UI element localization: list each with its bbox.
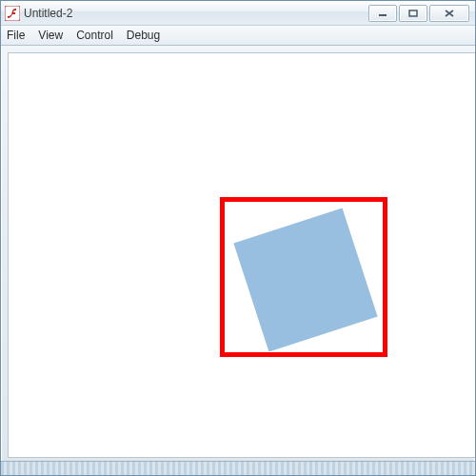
taskbar[interactable] xyxy=(1,461,475,475)
flash-icon xyxy=(5,6,20,21)
window-title: Untitled-2 xyxy=(24,7,72,20)
window-controls xyxy=(368,5,471,22)
title-bar[interactable]: Untitled-2 xyxy=(1,1,475,26)
svg-rect-1 xyxy=(379,14,387,16)
minimize-button[interactable] xyxy=(368,5,397,22)
menu-item-control[interactable]: Control xyxy=(76,29,113,42)
menu-item-debug[interactable]: Debug xyxy=(127,29,160,42)
menu-bar: File View Control Debug xyxy=(1,26,475,46)
blue-square-shape xyxy=(233,208,377,351)
maximize-button[interactable] xyxy=(399,5,427,22)
menu-item-view[interactable]: View xyxy=(38,29,63,42)
close-button[interactable] xyxy=(429,5,469,22)
stage[interactable] xyxy=(8,52,475,458)
svg-rect-2 xyxy=(409,10,417,16)
flash-player-window: Untitled-2 File View Control Debug xyxy=(0,0,476,476)
menu-item-file[interactable]: File xyxy=(7,29,25,42)
